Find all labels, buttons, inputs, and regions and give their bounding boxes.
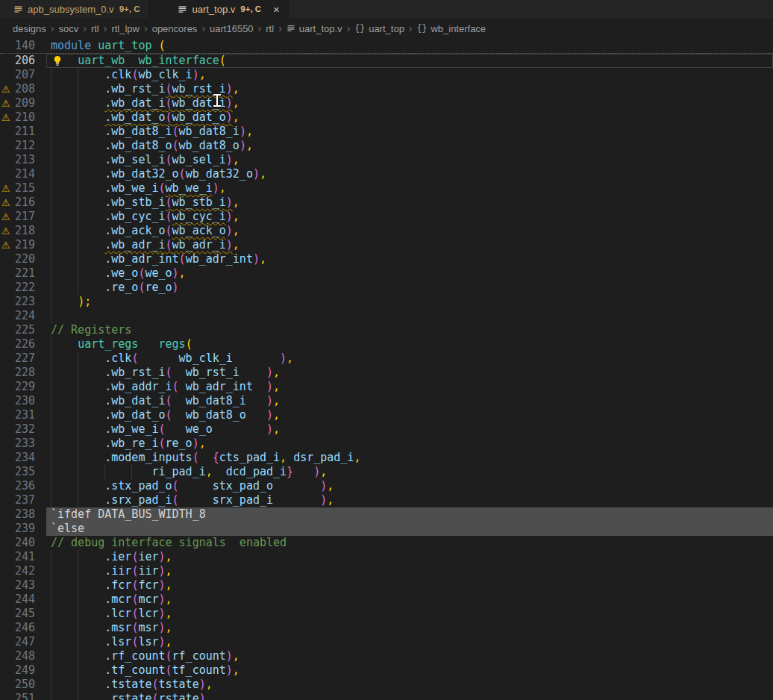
code-content[interactable]: .wb_adr_int(wb_adr_int), [46,252,773,266]
code-content[interactable]: .wb_dat8_o(wb_dat8_o), [46,139,773,153]
line-number[interactable]: 251 [0,692,46,700]
code-content[interactable]: .wb_we_i(wb_we_i), [46,181,773,196]
line-number[interactable]: ⚠216 [0,196,46,210]
breadcrumb-item-designs[interactable]: designs [13,23,46,34]
line-number[interactable]: ⚠215 [0,181,46,196]
code-content[interactable]: .tstate(tstate), [46,678,773,692]
line-number[interactable]: 226 [0,337,46,351]
line-number[interactable]: 222 [0,281,46,295]
code-content[interactable]: .re_o(re_o) [46,281,773,295]
line-number[interactable]: 220 [0,252,46,266]
code-content[interactable]: .wb_re_i(re_o), [46,437,773,451]
close-icon[interactable]: × [273,4,280,15]
code-content[interactable]: .wb_rst_i( wb_rst_i ), [46,366,773,380]
line-number[interactable]: 242 [0,564,46,578]
breadcrumb-item-rtl_lpw[interactable]: ›rtl_lpw [99,22,140,34]
line-number[interactable]: 247 [0,635,46,649]
line-number[interactable]: 234 [0,451,46,465]
code-content[interactable]: .wb_dat_i(wb_dat_i), [46,96,773,110]
sticky-code-content[interactable]: module uart_top ( [46,39,773,53]
code-content[interactable]: .wb_dat_o(wb_dat_o), [46,110,773,125]
breadcrumb-item-opencores[interactable]: ›opencores [140,22,197,34]
code-content[interactable]: .lsr(lsr), [46,635,773,649]
breadcrumb-item-socv[interactable]: ›socv [46,22,78,34]
line-number[interactable]: ⚠219 [0,238,46,252]
code-content[interactable]: .wb_adr_i(wb_adr_i), [46,238,773,252]
line-number[interactable]: 235 [0,465,46,479]
line-number[interactable]: ⚠208 [0,82,46,96]
line-number[interactable]: 228 [0,366,46,380]
line-number[interactable]: 239 [0,522,46,536]
code-content[interactable]: .mcr(mcr), [46,593,773,607]
code-content[interactable]: .wb_we_i( we_o ), [46,422,773,437]
line-number[interactable]: ⚠218 [0,224,46,238]
line-number[interactable]: 233 [0,437,46,451]
line-number[interactable]: 225 [0,323,46,337]
code-content[interactable]: .clk( wb_clk_i ), [46,351,773,366]
code-content[interactable]: // Registers [46,323,773,337]
breadcrumb-item-uart_top.v[interactable]: ›uart_top.v [274,22,342,34]
code-content[interactable]: `else [46,522,773,536]
line-number[interactable]: 229 [0,380,46,394]
line-number[interactable]: 246 [0,621,46,635]
breadcrumb-item-wb_interface[interactable]: ›{}wb_interface [404,22,486,34]
line-number[interactable]: 214 [0,167,46,181]
code-content[interactable]: .ier(ier), [46,550,773,564]
code-content[interactable]: uart_wb wb_interface( [46,54,773,68]
line-number[interactable]: 221 [0,266,46,281]
code-content[interactable]: uart_regs regs( [46,337,773,351]
code-content[interactable]: .clk(wb_clk_i), [46,68,773,82]
line-number[interactable]: 250 [0,678,46,692]
line-number[interactable]: 240 [0,536,46,550]
line-number[interactable]: 231 [0,408,46,422]
code-content[interactable]: .modem_inputs( {cts_pad_i, dsr_pad_i, [46,451,773,465]
breadcrumb-item-uart16550[interactable]: ›uart16550 [197,22,253,34]
code-content[interactable]: .fcr(fcr), [46,578,773,593]
breadcrumb-item-uart_top[interactable]: ›{}uart_top [342,22,404,34]
code-content[interactable]: `ifdef DATA_BUS_WIDTH_8 [46,507,773,522]
line-number[interactable]: 232 [0,422,46,437]
code-content[interactable]: .stx_pad_o( stx_pad_o ), [46,479,773,493]
code-content[interactable]: .wb_ack_o(wb_ack_o), [46,224,773,238]
code-content[interactable]: .iir(iir), [46,564,773,578]
line-number[interactable]: 224 [0,309,46,323]
tab-apb-subsystem-0[interactable]: apb_subsystem_0.v 9+, C [0,0,149,18]
code-content[interactable]: .tf_count(tf_count), [46,663,773,678]
code-content[interactable]: ); [46,295,773,309]
line-number[interactable]: 206 [0,54,46,68]
line-number[interactable]: 227 [0,351,46,366]
code-content[interactable]: .rf_count(rf_count), [46,649,773,663]
code-content[interactable]: // debug interface signals enabled [46,536,773,550]
line-number[interactable]: 249 [0,663,46,678]
code-content[interactable]: .lcr(lcr), [46,607,773,621]
line-number[interactable]: 213 [0,153,46,167]
line-number[interactable]: 244 [0,593,46,607]
code-content[interactable]: .wb_dat32_o(wb_dat32_o), [46,167,773,181]
code-content[interactable]: .we_o(we_o), [46,266,773,281]
line-number[interactable]: 248 [0,649,46,663]
line-number[interactable]: 243 [0,578,46,593]
line-number[interactable]: ⚠210 [0,110,46,125]
code-content[interactable]: .rstate(rstate), [46,692,773,700]
code-content[interactable]: .wb_addr_i( wb_adr_int ), [46,380,773,394]
line-number[interactable]: ⚠209 [0,96,46,110]
line-number[interactable]: 230 [0,394,46,408]
code-content[interactable]: .wb_dat_i( wb_dat8_i ), [46,394,773,408]
line-number[interactable]: 238 [0,507,46,522]
sticky-scroll-line[interactable]: 140 module uart_top ( [0,39,773,54]
line-number[interactable]: 212 [0,139,46,153]
code-content[interactable]: .wb_rst_i(wb_rst_i), [46,82,773,96]
code-content[interactable]: .wb_stb_i(wb_stb_i), [46,196,773,210]
line-number[interactable]: 241 [0,550,46,564]
line-number[interactable]: 223 [0,295,46,309]
line-number[interactable]: 207 [0,68,46,82]
line-number[interactable]: 237 [0,493,46,507]
code-content[interactable]: .srx_pad_i( srx_pad_i ), [46,493,773,507]
line-number[interactable]: 211 [0,125,46,139]
line-number[interactable]: ⚠217 [0,210,46,224]
code-content[interactable]: .wb_dat_o( wb_dat8_o ), [46,408,773,422]
tab-uart-top[interactable]: uart_top.v 9+, C × [149,0,288,18]
breadcrumb-item-rtl[interactable]: ›rtl [78,22,99,34]
breadcrumb-item-rtl[interactable]: ›rtl [254,22,275,34]
line-number[interactable]: 245 [0,607,46,621]
